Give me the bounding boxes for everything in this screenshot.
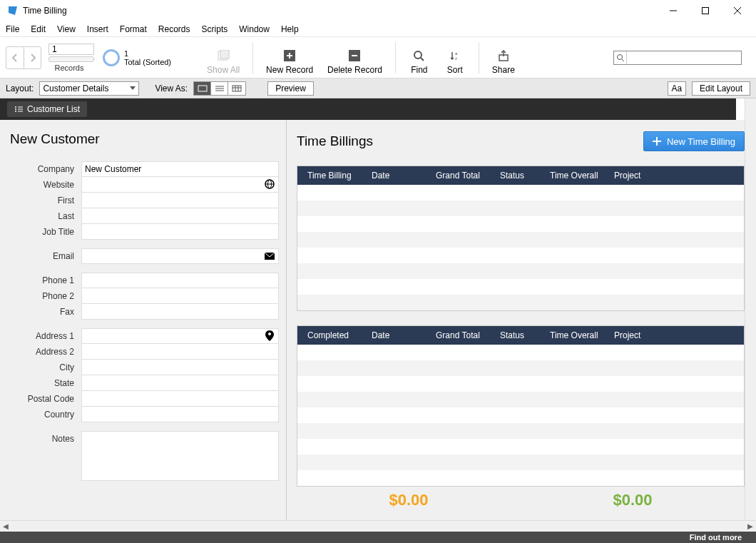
col-grandtotal[interactable]: Grand Total	[431, 171, 496, 181]
menu-scripts[interactable]: Scripts	[202, 24, 228, 34]
view-list-button[interactable]	[211, 82, 228, 95]
col-completed[interactable]: Completed	[303, 330, 367, 340]
toolbar-search[interactable]	[613, 51, 742, 65]
notes-field[interactable]	[81, 431, 279, 481]
phone1-field[interactable]	[81, 273, 279, 288]
right-pane: Time Billings New Time Billing Time Bill…	[287, 120, 745, 520]
state-field[interactable]	[81, 375, 279, 391]
preview-button[interactable]: Preview	[267, 81, 314, 96]
fax-field[interactable]	[81, 304, 279, 320]
window-title: Time Billing	[23, 6, 657, 16]
maximize-button[interactable]	[689, 0, 721, 21]
city-field[interactable]	[81, 360, 279, 375]
col-project[interactable]: Project	[610, 171, 660, 181]
website-label: Website	[10, 180, 81, 190]
svg-rect-19	[198, 86, 207, 91]
billings-grid: Time Billing Date Grand Total Status Tim…	[297, 166, 745, 311]
sort-button[interactable]: az Sort	[437, 37, 473, 78]
col-timeoverall[interactable]: Time Overall	[546, 171, 610, 181]
titlebar: Time Billing	[0, 0, 756, 21]
delete-record-button[interactable]: Delete Record	[320, 37, 389, 78]
svg-point-11	[414, 51, 422, 59]
col-date[interactable]: Date	[367, 171, 431, 181]
menu-window[interactable]: Window	[239, 24, 270, 34]
share-icon	[497, 49, 510, 62]
menu-edit[interactable]: Edit	[31, 24, 46, 34]
first-field[interactable]	[81, 193, 279, 208]
svg-rect-1	[702, 8, 708, 14]
first-label: First	[10, 196, 81, 205]
mail-icon[interactable]	[264, 250, 275, 262]
view-form-button[interactable]	[194, 82, 211, 95]
col-date2[interactable]: Date	[367, 330, 431, 340]
menu-file[interactable]: File	[6, 24, 19, 34]
app-icon	[7, 5, 19, 16]
svg-point-31	[15, 111, 16, 112]
globe-icon[interactable]	[264, 178, 275, 190]
record-slider[interactable]	[48, 56, 94, 62]
col-grandtotal2[interactable]: Grand Total	[431, 330, 496, 340]
col-status2[interactable]: Status	[496, 330, 546, 340]
email-field[interactable]	[81, 248, 279, 264]
col-project2[interactable]: Project	[610, 330, 660, 340]
postal-field[interactable]	[81, 391, 279, 407]
minimize-button[interactable]	[657, 0, 689, 21]
jobtitle-field[interactable]	[81, 224, 279, 240]
view-table-button[interactable]	[228, 82, 245, 95]
layout-dropdown[interactable]: Customer Details	[39, 81, 139, 96]
horizontal-scrollbar[interactable]: ◄ ►	[0, 520, 756, 532]
notes-label: Notes	[10, 431, 81, 481]
svg-point-37	[268, 333, 271, 335]
billings-grid-body	[297, 185, 744, 310]
total-pending: $0.00	[389, 491, 428, 509]
menu-format[interactable]: Format	[120, 24, 147, 34]
bottom-banner: Find out more	[0, 532, 756, 543]
new-record-button[interactable]: New Record	[259, 37, 320, 78]
vertical-scrollbar[interactable]	[745, 98, 756, 520]
phone2-field[interactable]	[81, 288, 279, 304]
svg-point-17	[617, 54, 622, 59]
svg-point-29	[15, 108, 16, 110]
show-all-button[interactable]: Show All	[200, 37, 247, 78]
share-button[interactable]: Share	[485, 37, 522, 78]
menu-records[interactable]: Records	[158, 24, 190, 34]
col-status[interactable]: Status	[496, 171, 546, 181]
edit-layout-button[interactable]: Edit Layout	[692, 81, 750, 96]
customer-list-button[interactable]: Customer List	[7, 101, 87, 117]
content: New Customer CompanyNew Customer Website…	[0, 120, 745, 520]
address1-field[interactable]	[81, 328, 279, 344]
city-label: City	[10, 362, 81, 372]
prev-record-button[interactable]	[6, 47, 24, 68]
find-button[interactable]: Find	[402, 37, 437, 78]
scroll-left-arrow[interactable]: ◄	[0, 521, 11, 532]
website-field[interactable]	[81, 177, 279, 193]
col-timebilling[interactable]: Time Billing	[303, 171, 367, 181]
search-icon	[413, 49, 426, 62]
search-glass-icon	[614, 51, 627, 64]
country-field[interactable]	[81, 407, 279, 422]
show-all-icon	[217, 49, 230, 62]
svg-text:a: a	[455, 51, 458, 56]
search-input[interactable]	[627, 53, 741, 63]
new-time-billing-button[interactable]: New Time Billing	[643, 131, 745, 151]
col-timeoverall2[interactable]: Time Overall	[546, 330, 610, 340]
map-pin-icon[interactable]	[264, 330, 275, 342]
scroll-right-arrow[interactable]: ►	[745, 521, 756, 532]
jobtitle-label: Job Title	[10, 227, 81, 237]
next-record-button[interactable]	[24, 47, 41, 68]
menu-help[interactable]: Help	[281, 24, 299, 34]
company-field[interactable]: New Customer	[81, 161, 279, 177]
last-field[interactable]	[81, 208, 279, 224]
menu-view[interactable]: View	[57, 24, 76, 34]
menu-insert[interactable]: Insert	[87, 24, 108, 34]
record-number-input[interactable]	[48, 44, 94, 55]
completed-grid-body	[297, 345, 744, 486]
completed-grid-header: Completed Date Grand Total Status Time O…	[297, 326, 744, 345]
plus-icon	[653, 137, 661, 146]
record-nav	[6, 46, 41, 69]
close-button[interactable]	[721, 0, 753, 21]
aa-button[interactable]: Aa	[668, 81, 686, 96]
records-label: Records	[55, 64, 84, 72]
found-label: Total (Sorted)	[124, 58, 171, 66]
address2-field[interactable]	[81, 344, 279, 360]
